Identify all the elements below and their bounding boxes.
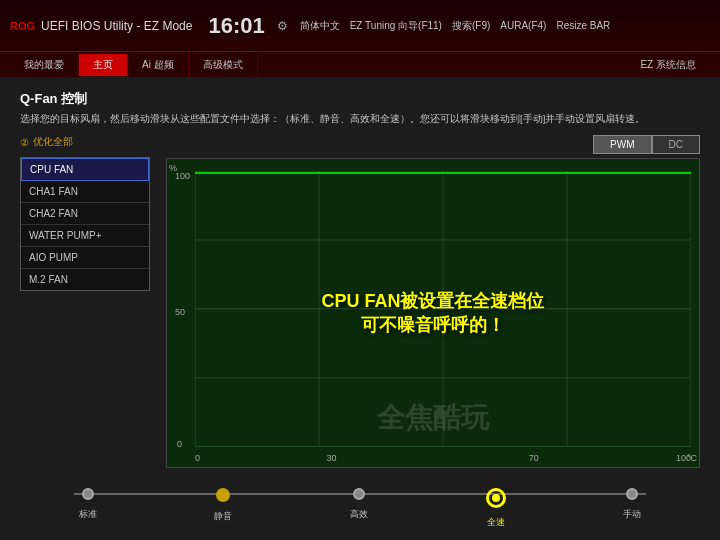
speed-option-silent[interactable]: 静音 <box>214 488 232 523</box>
pwm-button[interactable]: PWM <box>593 135 651 154</box>
tab-oc[interactable]: Ai 超频 <box>128 54 189 76</box>
nav-lang[interactable]: 简体中文 <box>300 19 340 33</box>
speed-label-fullspeed: 全速 <box>487 516 505 529</box>
speed-dot-fullspeed <box>486 488 506 508</box>
x-axis-70: 70 <box>529 453 539 463</box>
fan-item-cpu[interactable]: CPU FAN <box>21 158 149 181</box>
nav-tabs-row: 我的最爱 主页 Ai 超频 高级模式 EZ 系统信息 <box>0 52 720 78</box>
bios-title: UEFI BIOS Utility - EZ Mode <box>41 19 192 33</box>
speed-dot-silent <box>216 488 230 502</box>
watermark: 全焦酷玩 <box>377 399 489 437</box>
nav-resize-bar[interactable]: Resize BAR <box>556 20 610 31</box>
rog-logo: ROG <box>10 20 35 32</box>
overlay-line1: CPU FAN被设置在全速档位 <box>321 290 544 313</box>
speed-label-standard: 标准 <box>79 508 97 521</box>
speed-label-manual: 手动 <box>623 508 641 521</box>
top-nav: 简体中文 EZ Tuning 向导(F11) 搜索(F9) AURA(F4) R… <box>300 19 611 33</box>
right-panel: PWM DC % °C 100 50 0 0 30 70 100 <box>166 135 700 468</box>
fan-item-cha2[interactable]: CHA2 FAN <box>21 203 149 225</box>
speed-option-fullspeed[interactable]: 全速 <box>486 488 506 529</box>
speed-selector-area: 标准 静音 高效 全速 手动 <box>0 480 720 533</box>
speed-dot-fullspeed-inner <box>492 494 500 502</box>
top-bar: ROG UEFI BIOS Utility - EZ Mode 16:01 ⚙ … <box>0 0 720 52</box>
chart-container: % °C 100 50 0 0 30 70 100 <box>166 158 700 468</box>
speed-dot-efficient <box>353 488 365 500</box>
section-title: Q-Fan 控制 <box>20 90 700 108</box>
optimize-label: 优化全部 <box>33 135 73 149</box>
gear-icon[interactable]: ⚙ <box>277 19 288 33</box>
copyright-area: © bidiankuwan <box>0 533 720 540</box>
speed-label-silent: 静音 <box>214 510 232 523</box>
x-axis-0: 0 <box>195 453 200 463</box>
y-axis-50: 50 <box>175 307 185 317</box>
nav-ez-tuning[interactable]: EZ Tuning 向导(F11) <box>350 19 442 33</box>
fan-item-m2-fan[interactable]: M.2 FAN <box>21 269 149 290</box>
speed-option-efficient[interactable]: 高效 <box>350 488 368 521</box>
speed-option-standard[interactable]: 标准 <box>79 488 97 521</box>
logo-area: ROG UEFI BIOS Utility - EZ Mode <box>10 19 192 33</box>
main-content: Q-Fan 控制 选择您的目标风扇，然后移动滑块从这些配置文件中选择：（标准、静… <box>0 78 720 480</box>
time-display: 16:01 <box>208 13 264 39</box>
speed-dot-standard <box>82 488 94 500</box>
speed-options-row: 标准 静音 高效 全速 手动 <box>20 488 700 529</box>
y-axis-0: 0 <box>177 439 182 449</box>
section-desc: 选择您的目标风扇，然后移动滑块从这些配置文件中选择：（标准、静音、高效和全速）。… <box>20 112 700 125</box>
speed-dot-manual <box>626 488 638 500</box>
content-row: ② 优化全部 CPU FAN CHA1 FAN CHA2 FAN WATER P… <box>20 135 700 468</box>
fan-item-cha1[interactable]: CHA1 FAN <box>21 181 149 203</box>
left-panel: ② 优化全部 CPU FAN CHA1 FAN CHA2 FAN WATER P… <box>20 135 150 468</box>
fan-item-water-pump[interactable]: WATER PUMP+ <box>21 225 149 247</box>
tab-system-info[interactable]: EZ 系统信息 <box>626 54 710 76</box>
nav-aura[interactable]: AURA(F4) <box>500 20 546 31</box>
optimize-icon: ② <box>20 137 29 148</box>
optimize-all-button[interactable]: ② 优化全部 <box>20 135 150 149</box>
tab-main[interactable]: 主页 <box>79 54 128 76</box>
x-axis-100: 100 <box>676 453 691 463</box>
nav-search[interactable]: 搜索(F9) <box>452 19 490 33</box>
tab-advanced[interactable]: 高级模式 <box>189 54 258 76</box>
speed-option-manual[interactable]: 手动 <box>623 488 641 521</box>
x-axis-30: 30 <box>327 453 337 463</box>
y-axis-100: 100 <box>175 171 190 181</box>
fan-item-aio-pump[interactable]: AIO PUMP <box>21 247 149 269</box>
speed-label-efficient: 高效 <box>350 508 368 521</box>
pwm-dc-switch: PWM DC <box>166 135 700 154</box>
fan-list: CPU FAN CHA1 FAN CHA2 FAN WATER PUMP+ AI… <box>20 157 150 291</box>
overlay-warning: CPU FAN被设置在全速档位 可不噪音呼呼的！ <box>321 290 544 337</box>
overlay-line2: 可不噪音呼呼的！ <box>321 313 544 336</box>
dc-button[interactable]: DC <box>652 135 700 154</box>
tab-favorites[interactable]: 我的最爱 <box>10 54 79 76</box>
